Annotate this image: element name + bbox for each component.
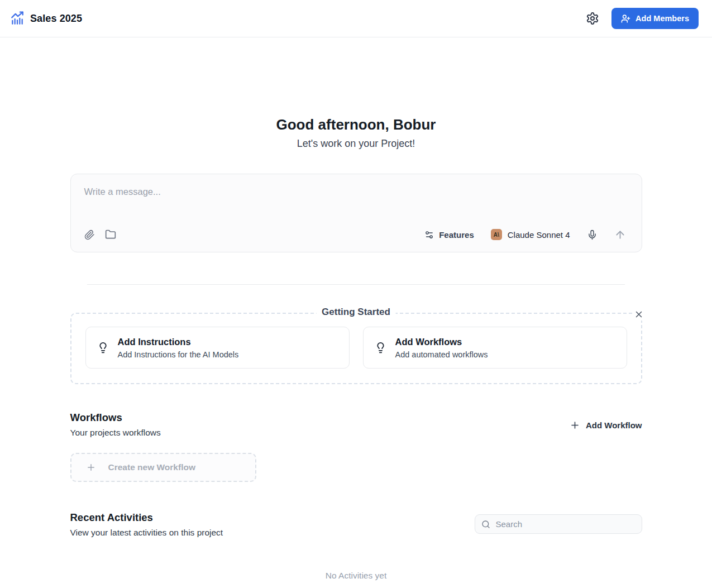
card-text: Add Workflows Add automated workflows — [395, 337, 488, 359]
model-label: Claude Sonnet 4 — [508, 230, 570, 240]
plus-icon — [570, 420, 580, 431]
add-workflow-button[interactable]: Add Workflow — [570, 420, 642, 431]
composer-right-controls: Features A\ Claude Sonnet 4 — [424, 229, 625, 241]
workflows-section: Workflows Your projects workflows Add Wo… — [70, 412, 642, 438]
header-actions: Add Members — [586, 8, 699, 29]
getting-started-cards: Add Instructions Add Instructions for th… — [85, 327, 627, 369]
composer-toolbar: Features A\ Claude Sonnet 4 — [71, 223, 642, 252]
microphone-icon[interactable] — [587, 230, 598, 240]
add-members-label: Add Members — [635, 14, 689, 23]
card-title: Add Instructions — [118, 337, 239, 347]
search-icon — [481, 520, 490, 529]
add-members-button[interactable]: Add Members — [611, 8, 699, 29]
sliders-icon — [424, 230, 434, 240]
send-arrow-icon[interactable] — [614, 229, 626, 241]
add-workflows-card[interactable]: Add Workflows Add automated workflows — [363, 327, 627, 369]
lightbulb-icon — [97, 342, 109, 353]
card-subtitle: Add automated workflows — [395, 350, 488, 359]
project-identity: Sales 2025 — [10, 11, 82, 26]
model-selector[interactable]: A\ Claude Sonnet 4 — [491, 229, 570, 240]
getting-started-panel: Getting Started Add Instructions Add Ins… — [70, 313, 642, 384]
recent-activities-heading: Recent Activities View your latest activ… — [70, 511, 223, 538]
section-divider — [87, 284, 625, 285]
claude-logo-icon: A\ — [491, 229, 502, 240]
message-composer: Features A\ Claude Sonnet 4 — [70, 174, 642, 252]
activities-search — [475, 514, 642, 534]
greeting-block: Good afternoon, Bobur Let's work on your… — [70, 116, 642, 150]
attach-file-paperclip-icon[interactable] — [84, 230, 95, 240]
add-instructions-card[interactable]: Add Instructions Add Instructions for th… — [85, 327, 350, 369]
card-text: Add Instructions Add Instructions for th… — [118, 337, 239, 359]
settings-gear-icon[interactable] — [586, 12, 599, 25]
create-workflow-label: Create new Workflow — [108, 462, 195, 472]
features-button[interactable]: Features — [424, 230, 474, 240]
workflows-title: Workflows — [70, 412, 161, 424]
lightbulb-icon — [375, 342, 386, 353]
workflows-heading: Workflows Your projects workflows — [70, 412, 161, 438]
greeting-title: Good afternoon, Bobur — [70, 116, 642, 133]
project-title: Sales 2025 — [30, 13, 82, 25]
recent-activities-subtitle: View your latest activities on this proj… — [70, 528, 223, 538]
add-workflow-label: Add Workflow — [586, 420, 642, 430]
create-workflow-button[interactable]: Create new Workflow — [70, 453, 256, 482]
recent-activities-section: Recent Activities View your latest activ… — [70, 511, 642, 538]
features-label: Features — [439, 230, 474, 240]
card-subtitle: Add Instructions for the AI Models — [118, 350, 239, 359]
top-bar: Sales 2025 Add Members — [0, 0, 712, 37]
getting-started-title: Getting Started — [316, 307, 396, 318]
plus-icon — [86, 462, 96, 472]
search-input[interactable] — [475, 514, 642, 534]
attachment-controls — [84, 229, 116, 240]
user-plus-icon — [621, 14, 630, 23]
recent-activities-title: Recent Activities — [70, 511, 223, 524]
folder-icon[interactable] — [105, 229, 116, 240]
message-input[interactable] — [71, 174, 642, 222]
no-activities-text: No Activities yet — [70, 571, 642, 581]
workflows-subtitle: Your projects workflows — [70, 428, 161, 438]
main-content: Good afternoon, Bobur Let's work on your… — [70, 116, 642, 581]
close-icon[interactable] — [633, 308, 645, 321]
card-title: Add Workflows — [395, 337, 488, 347]
greeting-subtitle: Let's work on your Project! — [70, 138, 642, 150]
sales-chart-logo-icon — [10, 11, 25, 26]
